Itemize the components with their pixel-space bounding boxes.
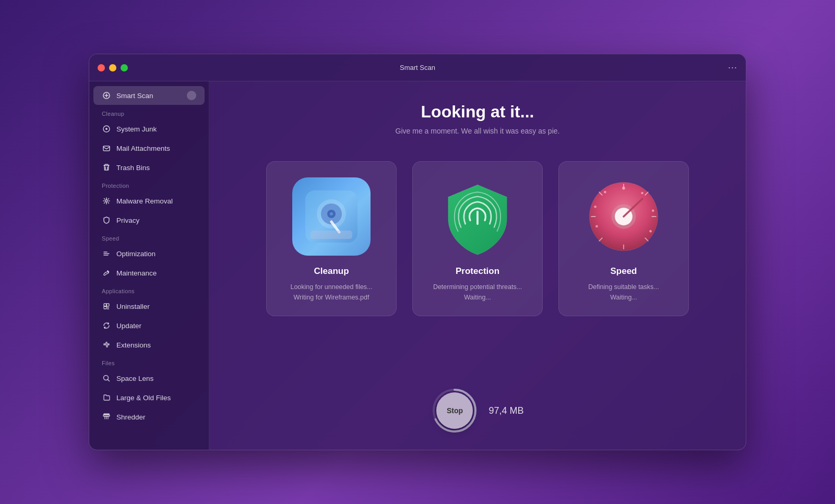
trash-icon xyxy=(102,163,111,172)
optimization-icon xyxy=(102,249,111,258)
svg-point-17 xyxy=(330,212,333,215)
section-files-label: Files xyxy=(89,355,209,368)
svg-rect-2 xyxy=(103,146,110,151)
svg-point-34 xyxy=(604,191,606,194)
space-lens-label: Space Lens xyxy=(116,375,153,382)
smart-scan-badge xyxy=(187,91,196,100)
main-subheading: Give me a moment. We all wish it was eas… xyxy=(396,127,560,135)
optimization-label: Optimization xyxy=(116,250,156,258)
section-cleanup-label: Cleanup xyxy=(89,105,209,119)
system-junk-icon xyxy=(102,124,111,134)
extensions-icon xyxy=(102,340,111,350)
svg-point-30 xyxy=(652,209,654,212)
maintenance-label: Maintenance xyxy=(116,269,157,277)
sidebar-item-updater[interactable]: Updater xyxy=(93,316,205,335)
scan-size: 97,4 MB xyxy=(488,405,523,416)
large-old-files-label: Large & Old Files xyxy=(116,394,171,402)
shredder-label: Shredder xyxy=(116,413,146,421)
sidebar-item-maintenance[interactable]: Maintenance xyxy=(93,263,205,282)
svg-rect-9 xyxy=(104,306,106,309)
speed-card: Speed Defining suitable tasks... Waiting… xyxy=(558,161,689,316)
sidebar-item-privacy[interactable]: Privacy xyxy=(93,211,205,230)
svg-point-32 xyxy=(595,225,598,227)
mail-attachments-label: Mail Attachments xyxy=(116,145,170,152)
svg-point-29 xyxy=(641,192,643,195)
sidebar-item-large-old-files[interactable]: Large & Old Files xyxy=(93,388,205,407)
large-old-files-icon xyxy=(102,393,111,402)
sidebar-item-malware-removal[interactable]: Malware Removal xyxy=(93,191,205,210)
malware-removal-label: Malware Removal xyxy=(116,197,173,205)
privacy-label: Privacy xyxy=(116,217,139,224)
speed-card-title: Speed xyxy=(610,266,637,277)
updater-label: Updater xyxy=(116,322,141,330)
titlebar: Smart Scan ··· xyxy=(89,54,746,81)
speed-card-status: Defining suitable tasks... Waiting... xyxy=(588,282,659,303)
app-window: Smart Scan ··· Smart Scan Cleanup xyxy=(89,54,746,450)
section-speed-label: Speed xyxy=(89,230,209,244)
stop-button-container: Stop xyxy=(431,387,478,434)
content-area: Smart Scan Cleanup System Junk xyxy=(89,81,746,450)
sidebar-item-smart-scan-label: Smart Scan xyxy=(116,92,153,100)
protection-card-title: Protection xyxy=(456,266,499,277)
uninstaller-label: Uninstaller xyxy=(116,303,150,310)
sidebar-item-system-junk[interactable]: System Junk xyxy=(93,119,205,138)
stop-button[interactable]: Stop xyxy=(436,392,473,429)
svg-rect-18 xyxy=(311,231,352,239)
sidebar-item-smart-scan[interactable]: Smart Scan xyxy=(93,86,205,105)
section-protection-label: Protection xyxy=(89,177,209,191)
speed-card-icon xyxy=(584,177,663,256)
cleanup-card: Cleanup Looking for unneeded files... Wr… xyxy=(266,161,397,316)
smart-scan-icon xyxy=(102,91,111,100)
protection-card: Protection Determining potential threats… xyxy=(412,161,543,316)
sidebar: Smart Scan Cleanup System Junk xyxy=(89,81,209,450)
shredder-icon xyxy=(102,412,111,422)
cleanup-card-icon xyxy=(292,177,371,256)
protection-card-status: Determining potential threats... Waiting… xyxy=(433,282,522,303)
traffic-lights xyxy=(98,64,128,71)
cleanup-card-title: Cleanup xyxy=(314,266,349,277)
bottom-area: Stop 97,4 MB xyxy=(431,371,523,434)
main-heading: Looking at it... xyxy=(421,102,534,122)
close-button[interactable] xyxy=(98,64,105,71)
section-applications-label: Applications xyxy=(89,283,209,296)
sidebar-item-extensions[interactable]: Extensions xyxy=(93,335,205,354)
mail-icon xyxy=(102,143,111,153)
svg-rect-8 xyxy=(106,304,109,306)
cleanup-card-status: Looking for unneeded files... Writing fo… xyxy=(290,282,372,303)
sidebar-item-shredder[interactable]: Shredder xyxy=(93,407,205,426)
scan-cards: Cleanup Looking for unneeded files... Wr… xyxy=(241,161,714,316)
trash-bins-label: Trash Bins xyxy=(116,164,150,172)
sidebar-item-trash-bins[interactable]: Trash Bins xyxy=(93,158,205,177)
window-title: Smart Scan xyxy=(400,64,435,71)
biohazard-icon xyxy=(102,196,111,206)
maintenance-icon xyxy=(102,268,111,278)
system-junk-label: System Junk xyxy=(116,125,157,133)
svg-rect-12 xyxy=(104,414,109,415)
maximize-button[interactable] xyxy=(121,64,128,71)
svg-point-33 xyxy=(594,206,597,208)
uninstaller-icon xyxy=(102,302,111,311)
sidebar-item-uninstaller[interactable]: Uninstaller xyxy=(93,297,205,316)
minimize-button[interactable] xyxy=(109,64,116,71)
protection-card-icon xyxy=(438,177,517,256)
more-options-button[interactable]: ··· xyxy=(728,62,737,73)
sidebar-item-optimization[interactable]: Optimization xyxy=(93,244,205,263)
main-content: Looking at it... Give me a moment. We al… xyxy=(209,81,746,450)
privacy-icon xyxy=(102,215,111,225)
sidebar-item-mail-attachments[interactable]: Mail Attachments xyxy=(93,139,205,158)
svg-point-31 xyxy=(649,230,652,233)
sidebar-item-space-lens[interactable]: Space Lens xyxy=(93,369,205,388)
updater-icon xyxy=(102,321,111,330)
svg-rect-7 xyxy=(104,304,106,306)
extensions-label: Extensions xyxy=(116,341,151,349)
space-lens-icon xyxy=(102,374,111,383)
svg-point-28 xyxy=(622,187,625,190)
